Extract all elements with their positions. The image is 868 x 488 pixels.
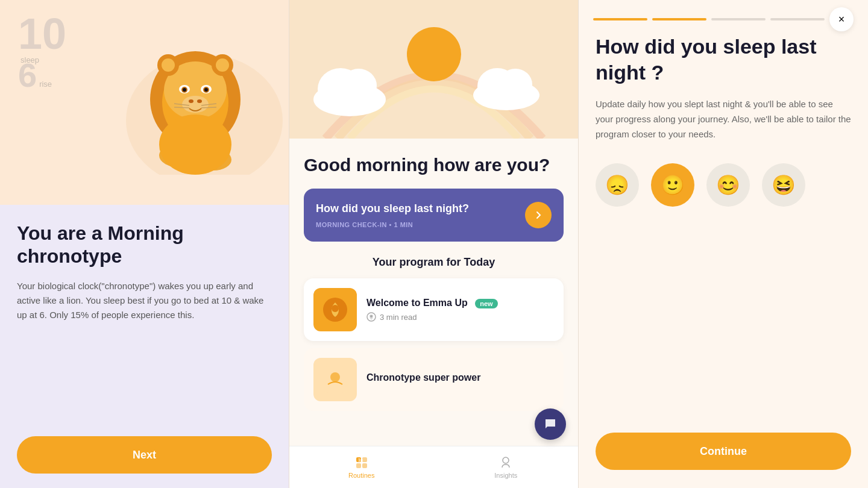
nav-routines-label: Routines (348, 472, 374, 479)
svg-point-12 (183, 88, 186, 92)
svg-rect-42 (362, 463, 367, 468)
program-card-1[interactable]: Welcome to Emma Up new 3 min read (304, 278, 564, 341)
svg-point-38 (330, 372, 340, 382)
chronotype-heading: You are a Morning chronotype (17, 222, 272, 268)
nav-insights[interactable]: Insights (434, 451, 579, 484)
svg-point-26 (407, 27, 461, 81)
checkin-text: How did you sleep last night? MORNING CH… (316, 202, 469, 228)
sleep-question-heading: How did you sleep last night ? (596, 34, 851, 85)
program-title-1: Welcome to Emma Up new (366, 298, 498, 308)
rise-number: 6 (18, 58, 37, 92)
continue-button[interactable]: Continue (596, 433, 851, 470)
chronotype-description: Your biological clock("chronotype") wake… (17, 279, 272, 418)
svg-point-32 (498, 69, 532, 100)
panel-home: Good morning how are you? How did you sl… (289, 0, 579, 488)
svg-rect-40 (362, 457, 367, 462)
panel-sleep-checkin: × How did you sleep last night ? Update … (579, 0, 868, 488)
next-button[interactable]: Next (17, 436, 272, 474)
panel1-illustration: 10 sleep 6 rise (0, 0, 289, 205)
checkin-subtitle: MORNING CHECK-IN • 1 MIN (316, 221, 469, 228)
svg-point-29 (341, 69, 377, 102)
chat-fab[interactable] (535, 408, 566, 440)
rise-label: rise (39, 80, 52, 89)
program-duration-1: 3 min read (380, 313, 417, 322)
svg-point-24 (159, 114, 231, 175)
svg-point-17 (197, 99, 202, 103)
svg-line-21 (201, 107, 216, 108)
svg-point-6 (162, 58, 175, 72)
panel3-footer: Continue (579, 423, 868, 488)
svg-point-36 (370, 315, 373, 318)
program-info-1: Welcome to Emma Up new 3 min read (366, 298, 498, 322)
nav-insights-label: Insights (494, 472, 517, 479)
svg-point-44 (503, 457, 509, 463)
svg-text:10: 10 (358, 458, 363, 462)
svg-line-19 (174, 107, 189, 108)
svg-point-15 (182, 96, 209, 113)
program-thumbnail-1 (313, 288, 357, 331)
sleep-number: 10 (18, 12, 66, 55)
emoji-very-sad[interactable]: 😞 (596, 163, 639, 207)
bottom-nav: 10 Routines Insights (289, 446, 578, 488)
panel-chronotype: 10 sleep 6 rise (0, 0, 289, 488)
svg-point-7 (216, 58, 229, 72)
emoji-rating-row: 😞 🙂 😊 😆 (596, 163, 851, 207)
svg-point-34 (332, 305, 339, 312)
program-title-2: Chronotype super power (366, 372, 480, 383)
svg-rect-41 (356, 463, 361, 468)
greeting-heading: Good morning how are you? (304, 153, 564, 177)
nav-routines[interactable]: 10 Routines (289, 451, 434, 484)
svg-point-13 (204, 88, 208, 92)
panel3-body: How did you sleep last night ? Update da… (579, 19, 868, 423)
panel2-illustration (289, 0, 578, 139)
panel2-body: Good morning how are you? How did you sl… (289, 139, 578, 446)
checkin-arrow[interactable] (525, 202, 552, 228)
lion-illustration (102, 0, 289, 187)
sleep-question-description: Update daily how you slept last night & … (596, 97, 851, 142)
sleep-time-display: 10 sleep 6 rise (18, 12, 66, 92)
program-section: Your program for Today Welcome to Emma U… (304, 256, 564, 411)
emoji-happy[interactable]: 😆 (762, 163, 805, 207)
program-card-2[interactable]: Chronotype super power (304, 348, 564, 411)
svg-point-16 (189, 99, 193, 103)
program-info-2: Chronotype super power (366, 372, 480, 387)
emoji-neutral[interactable]: 😊 (706, 163, 750, 207)
checkin-card[interactable]: How did you sleep last night? MORNING CH… (304, 189, 564, 242)
program-heading: Your program for Today (304, 256, 564, 269)
progress-header: × (579, 10, 868, 19)
new-badge: new (475, 299, 497, 308)
emoji-sad[interactable]: 🙂 (651, 163, 694, 207)
program-thumbnail-2 (313, 358, 357, 401)
panel1-content: You are a Morning chronotype Your biolog… (0, 205, 289, 488)
checkin-title: How did you sleep last night? (316, 202, 469, 216)
program-meta-1: 3 min read (366, 312, 498, 322)
